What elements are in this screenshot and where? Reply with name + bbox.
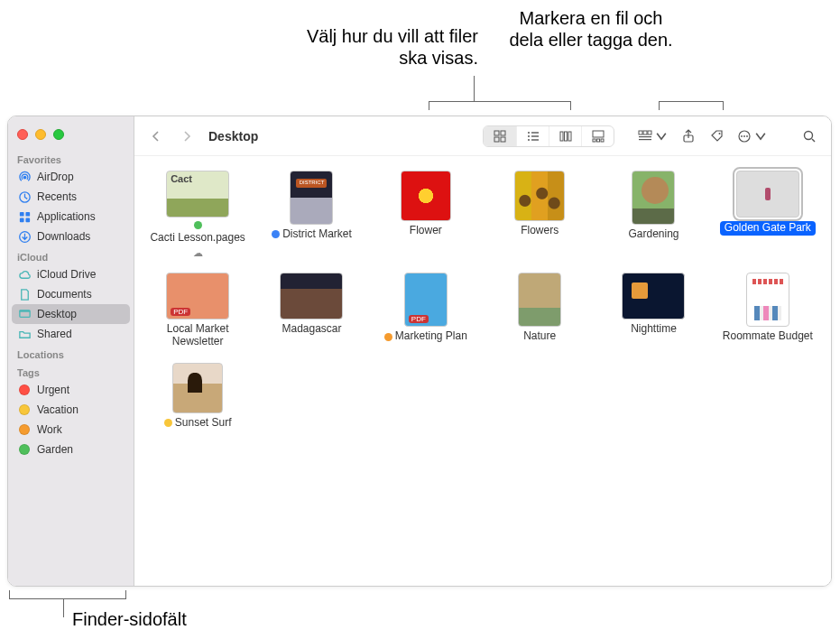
sidebar-item-airdrop[interactable]: AirDrop bbox=[8, 167, 134, 187]
finder-toolbar: Desktop bbox=[134, 116, 831, 156]
minimize-window-button[interactable] bbox=[35, 129, 46, 140]
sidebar-item-garden[interactable]: Garden bbox=[8, 440, 134, 459]
file-item[interactable]: Nature bbox=[487, 273, 592, 348]
file-item[interactable]: Flower bbox=[374, 171, 478, 258]
svg-rect-18 bbox=[531, 139, 539, 140]
svg-point-13 bbox=[528, 132, 530, 134]
sidebar-item-desktop[interactable]: Desktop bbox=[12, 304, 130, 324]
file-thumbnail bbox=[736, 171, 799, 218]
more-actions-button[interactable] bbox=[734, 125, 771, 147]
file-item[interactable]: Local Market Newsletter bbox=[145, 273, 250, 348]
annotation-view-hint: Välj hur du vill att filer ska visas. bbox=[280, 25, 478, 69]
sidebar-item-work[interactable]: Work bbox=[8, 420, 134, 440]
file-thumbnail bbox=[404, 273, 448, 327]
apps-icon bbox=[17, 209, 32, 224]
group-by-button[interactable] bbox=[634, 125, 672, 147]
file-name-label: Flower bbox=[410, 225, 442, 237]
file-name-label: Marketing Plan bbox=[384, 330, 467, 343]
file-item[interactable]: Madagascar bbox=[259, 273, 364, 348]
view-list-button[interactable] bbox=[516, 126, 549, 146]
view-mode-segmented bbox=[483, 125, 614, 147]
view-icon-button[interactable] bbox=[484, 126, 516, 146]
svg-rect-10 bbox=[501, 131, 505, 135]
svg-rect-26 bbox=[639, 131, 642, 134]
file-item[interactable]: Sunset Surf bbox=[145, 363, 250, 430]
sidebar-item-icloud-drive[interactable]: iCloud Drive bbox=[8, 264, 134, 284]
svg-point-37 bbox=[805, 131, 813, 139]
svg-rect-19 bbox=[560, 132, 563, 141]
sidebar-item-label: Recents bbox=[37, 190, 77, 203]
svg-point-15 bbox=[528, 135, 530, 137]
file-thumbnail bbox=[518, 273, 561, 327]
tag-dot-icon bbox=[17, 442, 32, 457]
file-name-label: District Market bbox=[272, 228, 352, 241]
cloud-icon bbox=[17, 267, 32, 282]
tag-dot-icon bbox=[17, 383, 32, 397]
svg-point-34 bbox=[741, 135, 743, 137]
tag-dot-icon bbox=[17, 403, 32, 417]
file-thumbnail bbox=[514, 171, 565, 221]
svg-rect-4 bbox=[19, 218, 23, 222]
svg-rect-2 bbox=[19, 211, 23, 216]
sidebar-item-label: Shared bbox=[37, 328, 72, 340]
file-item[interactable]: Marketing Plan bbox=[374, 273, 478, 348]
finder-main: Desktop bbox=[134, 116, 831, 586]
svg-rect-20 bbox=[564, 132, 567, 141]
file-item[interactable]: Gardening bbox=[601, 171, 706, 258]
sidebar-item-recents[interactable]: Recents bbox=[8, 187, 134, 207]
svg-rect-9 bbox=[494, 131, 499, 135]
svg-point-36 bbox=[746, 135, 748, 137]
file-item[interactable]: Golden Gate Park bbox=[715, 171, 820, 258]
close-window-button[interactable] bbox=[17, 129, 28, 140]
file-name-label: Nature bbox=[523, 330, 556, 343]
window-title: Desktop bbox=[208, 129, 258, 144]
sidebar-item-urgent[interactable]: Urgent bbox=[8, 380, 134, 400]
sidebar-item-applications[interactable]: Applications bbox=[8, 207, 134, 227]
file-thumbnail bbox=[172, 363, 223, 413]
view-column-button[interactable] bbox=[549, 126, 581, 146]
file-item[interactable]: Nighttime bbox=[601, 273, 706, 348]
svg-point-32 bbox=[719, 133, 721, 134]
sidebar-item-label: Garden bbox=[37, 443, 73, 456]
file-item[interactable]: Cacti Lesson.pages☁︎ bbox=[145, 171, 250, 258]
file-tag-dot bbox=[164, 419, 172, 427]
annotation-share-hint: Markera en fil och dela eller tagga den. bbox=[501, 7, 681, 51]
svg-rect-11 bbox=[494, 137, 499, 142]
file-thumbnail bbox=[280, 273, 343, 320]
sidebar-section-icloud: iCloud bbox=[8, 246, 134, 264]
svg-rect-24 bbox=[596, 139, 599, 142]
doc-icon bbox=[17, 287, 32, 301]
file-thumbnail bbox=[401, 171, 451, 221]
finder-window: Favorites AirDropRecentsApplicationsDown… bbox=[7, 116, 832, 587]
sidebar-item-label: Downloads bbox=[37, 230, 90, 243]
sidebar-item-shared[interactable]: Shared bbox=[8, 324, 134, 344]
forward-button[interactable] bbox=[174, 125, 199, 147]
svg-rect-28 bbox=[648, 131, 651, 134]
sidebar-item-downloads[interactable]: Downloads bbox=[8, 227, 134, 246]
file-item[interactable]: Flowers bbox=[487, 171, 592, 258]
fullscreen-window-button[interactable] bbox=[53, 129, 64, 140]
file-thumbnail bbox=[746, 273, 789, 327]
file-name-label: Gardening bbox=[628, 228, 678, 241]
file-name-label: Cacti Lesson.pages☁︎ bbox=[145, 221, 250, 258]
sidebar-section-favorites: Favorites bbox=[8, 149, 134, 167]
folder-icon bbox=[17, 327, 32, 341]
file-name-label: Nighttime bbox=[631, 323, 677, 336]
search-button[interactable] bbox=[797, 125, 822, 147]
file-tag-dot bbox=[384, 333, 392, 341]
annotation-sidebar-hint: Finder-sidofält bbox=[72, 608, 187, 630]
tags-button[interactable] bbox=[705, 125, 730, 147]
sidebar-item-vacation[interactable]: Vacation bbox=[8, 400, 134, 420]
download-icon bbox=[17, 229, 32, 244]
back-button[interactable] bbox=[143, 125, 169, 147]
file-item[interactable]: District Market bbox=[259, 171, 364, 258]
sidebar-item-documents[interactable]: Documents bbox=[8, 284, 134, 304]
file-item[interactable]: Roommate Budget bbox=[715, 273, 820, 348]
svg-rect-30 bbox=[639, 139, 651, 140]
file-grid[interactable]: Cacti Lesson.pages☁︎District MarketFlowe… bbox=[134, 156, 831, 586]
svg-rect-27 bbox=[643, 131, 647, 134]
sidebar-item-label: Applications bbox=[37, 210, 96, 223]
view-gallery-button[interactable] bbox=[581, 126, 614, 146]
share-button[interactable] bbox=[676, 125, 701, 147]
finder-sidebar: Favorites AirDropRecentsApplicationsDown… bbox=[8, 116, 134, 586]
